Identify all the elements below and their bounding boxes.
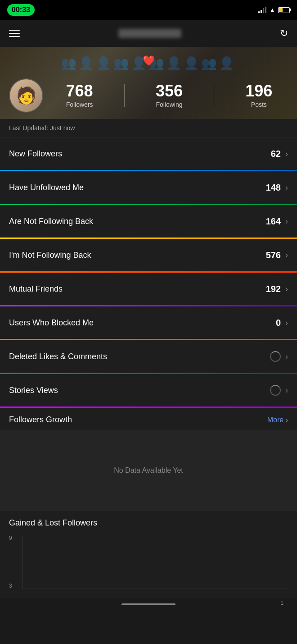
count-not-following-back: 164: [266, 216, 281, 227]
menu-label-mutual-friends: Mutual Friends: [9, 284, 63, 294]
last-updated: Last Updated: Just now: [0, 119, 297, 137]
bar-chart: 9 3 1: [9, 535, 288, 598]
spinner-deleted-likes: [270, 351, 281, 362]
count-mutual-friends: 192: [266, 284, 281, 294]
stats-row: 768 Followers 356 Following 196 Posts: [43, 83, 288, 108]
hamburger-menu[interactable]: [9, 30, 20, 37]
menu-item-blocked[interactable]: Users Who Blocked Me 0 ›: [0, 306, 297, 339]
avatar[interactable]: 🧑: [9, 78, 43, 113]
menu-right-im-not-following: 576 ›: [266, 250, 288, 260]
y-axis-labels: 9 3: [9, 535, 12, 589]
count-blocked: 0: [276, 318, 281, 328]
followers-label: Followers: [66, 101, 93, 108]
following-label: Following: [156, 101, 183, 108]
menu-label-new-followers: New Followers: [9, 149, 62, 159]
no-data-text: No Data Available Yet: [114, 466, 183, 475]
chevron-deleted-likes: ›: [285, 352, 288, 361]
refresh-button[interactable]: ↻: [280, 27, 288, 39]
posts-label: Posts: [245, 101, 272, 108]
chevron-not-following-back: ›: [285, 217, 288, 226]
more-link[interactable]: More ›: [267, 416, 288, 424]
count-unfollowed: 148: [266, 183, 281, 193]
menu-item-not-following-back[interactable]: Are Not Following Back 164 ›: [0, 205, 297, 238]
page-number: 1: [280, 600, 284, 606]
nav-bar: ↻: [0, 20, 297, 47]
menu-label-stories-views: Stories Views: [9, 386, 58, 395]
followers-growth-header: Followers Growth More ›: [0, 408, 297, 430]
followers-growth-title: Followers Growth: [9, 415, 72, 425]
chevron-unfollowed: ›: [285, 183, 288, 192]
chevron-new-followers: ›: [285, 149, 288, 159]
menu-label-im-not-following: I'm Not Following Back: [9, 251, 91, 260]
menu-right-new-followers: 62 ›: [271, 149, 288, 159]
posts-count: 196: [245, 83, 272, 99]
chevron-stories-views: ›: [285, 386, 288, 395]
menu-label-unfollowed: Have Unfollowed Me: [9, 183, 84, 192]
menu-item-stories-views[interactable]: Stories Views ›: [0, 374, 297, 406]
stat-divider-2: [214, 84, 214, 107]
menu-item-mutual-friends[interactable]: Mutual Friends 192 ›: [0, 273, 297, 305]
menu-item-im-not-following[interactable]: I'm Not Following Back 576 ›: [0, 239, 297, 271]
bar-chart-inner: [22, 535, 288, 589]
gained-lost-section: Gained & Lost Followers 9 3 1: [0, 511, 297, 598]
menu-right-not-following-back: 164 ›: [266, 216, 288, 227]
menu-label-deleted-likes: Deleted Likes & Comments: [9, 352, 107, 361]
menu-item-new-followers[interactable]: New Followers 62 ›: [0, 137, 297, 170]
y-label-top: 9: [9, 535, 12, 541]
followers-growth-chart: No Data Available Yet: [0, 430, 297, 511]
menu-right-unfollowed: 148 ›: [266, 183, 288, 193]
count-new-followers: 62: [271, 149, 281, 159]
menu-item-unfollowed[interactable]: Have Unfollowed Me 148 ›: [0, 171, 297, 204]
menu-label-blocked: Users Who Blocked Me: [9, 318, 94, 328]
chevron-blocked: ›: [285, 318, 288, 328]
followers-stat[interactable]: 768 Followers: [66, 83, 93, 108]
status-bar: 00:33 ▲: [0, 0, 297, 20]
status-icons: ▲: [258, 6, 290, 14]
gained-lost-title: Gained & Lost Followers: [9, 518, 288, 528]
heart-emoji: ❤️: [143, 55, 155, 67]
status-time: 00:33: [7, 4, 35, 16]
menu-right-deleted-likes: ›: [270, 351, 288, 362]
stat-divider-1: [124, 84, 125, 107]
menu-label-not-following-back: Are Not Following Back: [9, 217, 93, 226]
battery-icon: [278, 7, 290, 13]
following-stat[interactable]: 356 Following: [156, 83, 183, 108]
posts-stat[interactable]: 196 Posts: [245, 83, 272, 108]
spinner-stories-views: [270, 385, 281, 396]
menu-item-deleted-likes[interactable]: Deleted Likes & Comments ›: [0, 340, 297, 373]
menu-right-stories-views: ›: [270, 385, 288, 396]
y-label-bottom: 3: [9, 583, 12, 589]
count-im-not-following: 576: [266, 250, 281, 260]
chevron-im-not-following: ›: [285, 251, 288, 260]
menu-right-blocked: 0 ›: [276, 318, 288, 328]
following-count: 356: [156, 83, 183, 99]
wifi-icon: ▲: [269, 6, 275, 14]
profile-header: ❤️ 🧑 768 Followers 356 Following 196 Pos…: [0, 47, 297, 119]
profile-content: 🧑 768 Followers 356 Following 196 Posts: [0, 78, 297, 119]
followers-count: 768: [66, 83, 93, 99]
signal-icon: [258, 7, 266, 13]
menu-list: New Followers 62 › Have Unfollowed Me 14…: [0, 137, 297, 408]
nav-title: [118, 29, 181, 38]
menu-right-mutual-friends: 192 ›: [266, 284, 288, 294]
chevron-mutual-friends: ›: [285, 284, 288, 294]
scroll-indicator[interactable]: [122, 603, 176, 605]
